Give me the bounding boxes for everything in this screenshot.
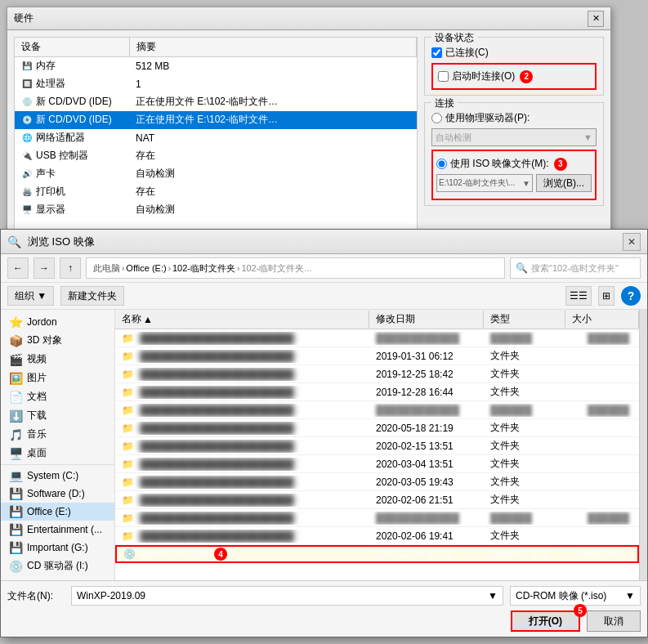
col-type-label: 类型 [490, 312, 510, 326]
sidebar-item-12[interactable]: 💾 Important (G:) [1, 539, 114, 557]
address-breadcrumb: 此电脑 › Office (E:) › 102-临时文件夹 › 102-临时文件… [93, 262, 312, 275]
file-row[interactable]: 📁██████████████████████ 2020-02-15 13:51… [115, 437, 639, 455]
col-header-type[interactable]: 类型 [484, 311, 565, 328]
sidebar-icon: 🖥️ [9, 447, 22, 460]
file-row[interactable]: 📁██████████████████████ 2020-03-04 13:51… [115, 455, 639, 473]
device-name: 声卡 [36, 167, 56, 181]
device-name: 新 CD/DVD (IDE) [36, 113, 112, 127]
file-icon: 📁 [122, 458, 134, 470]
cancel-button[interactable]: 取消 [587, 610, 641, 632]
sidebar-icon: 💾 [9, 487, 22, 500]
col-header-date[interactable]: 修改日期 [369, 311, 484, 328]
hw-physical-select[interactable]: 自动检测 ▼ [431, 128, 597, 146]
file-row[interactable]: 📁██████████████████████ 2019-12-28 16:44… [115, 383, 639, 401]
search-box[interactable]: 🔍 搜索"102-临时文件夹" [510, 257, 641, 279]
filename-label: 文件名(N): [7, 589, 65, 603]
file-size: ██████ [588, 333, 629, 344]
hw-iso-file-select[interactable]: E:\102-临时文件夹\... ▼ [436, 174, 533, 192]
file-row[interactable]: 📁██████████████████████ 2019-12-25 18:42… [115, 365, 639, 383]
sidebar-item-0[interactable]: ⭐ Jordon [1, 313, 114, 331]
col-header-size[interactable]: 大小 [565, 311, 639, 328]
filename-row: 文件名(N): WinXP-2019.09 ▼ CD-ROM 映像 (*.iso… [7, 586, 641, 606]
browse-actions-bar: 组织 ▼ 新建文件夹 ☰☰ ⊞ ? [1, 283, 647, 310]
hw-device-row[interactable]: 🖥️ 显示器 自动检测 [15, 201, 417, 219]
file-date: 2019-01-31 06:12 [376, 351, 454, 362]
open-button[interactable]: 打开(O) [511, 610, 580, 632]
file-icon: 📁 [122, 476, 134, 488]
vertical-scrollbar[interactable] [639, 310, 647, 580]
sidebar-item-4[interactable]: 📄 文档 [1, 387, 114, 406]
sidebar-label: CD 驱动器 (I:) [27, 559, 88, 573]
hw-physical-radio[interactable] [431, 113, 442, 123]
help-button[interactable]: ? [621, 286, 641, 306]
hw-connected-checkbox[interactable] [431, 47, 442, 58]
browse-close-button[interactable]: ✕ [623, 233, 641, 251]
file-size: 1,584,290... [576, 548, 628, 560]
view-details-button[interactable]: ⊞ [598, 286, 614, 306]
view-list-button[interactable]: ☰☰ [565, 286, 592, 306]
file-date: 2020-02-15 13:51 [376, 441, 454, 452]
nav-forward-button[interactable]: → [34, 257, 55, 279]
hw-close-button[interactable]: ✕ [588, 11, 604, 27]
device-icon: 🖨️ [21, 186, 33, 197]
sidebar-item-2[interactable]: 🎬 视频 [1, 350, 114, 369]
nav-back-button[interactable]: ← [7, 257, 29, 279]
file-row[interactable]: 📁██████████████████████ 2020-03-05 19:43… [115, 473, 639, 491]
sidebar-item-11[interactable]: 💾 Entertainment (... [1, 521, 114, 539]
device-name: 显示器 [36, 203, 65, 217]
file-row[interactable]: 📁██████████████████████ 2020-02-06 21:51… [115, 491, 639, 509]
hw-device-row[interactable]: 💿 新 CD/DVD (IDE) 正在使用文件 E:\102-临时文件… [15, 111, 417, 129]
file-row[interactable]: 📁██████████████████████ 2020-05-18 21:19… [115, 419, 639, 437]
organize-button[interactable]: 组织 ▼ [7, 286, 54, 306]
sidebar-label: Office (E:) [27, 506, 71, 517]
file-type: 文件夹 [490, 494, 520, 505]
file-list-header: 名称 ▲ 修改日期 类型 大小 [115, 310, 639, 329]
file-row[interactable]: 📁██████████████████████ 2019-01-31 06:12… [115, 347, 639, 365]
hw-device-row[interactable]: 🖨️ 打印机 存在 [15, 183, 417, 201]
file-row[interactable]: 💿WinXP-2019.094 2020-02-04 13:28 UltraIS… [115, 545, 639, 563]
file-name: ██████████████████████ [137, 333, 297, 344]
file-name: ██████████████████████ [137, 405, 297, 416]
file-row[interactable]: 📁██████████████████████ ████████████ ███… [115, 509, 639, 527]
hw-device-row[interactable]: 🔌 USB 控制器 存在 [15, 147, 417, 165]
hw-right-panel: 设备状态 已连接(C) 启动时连接(O) 2 [424, 37, 604, 253]
hw-device-row[interactable]: 💾 内存 512 MB [15, 57, 417, 75]
filename-value: WinXP-2019.09 [77, 590, 145, 602]
col-header-name[interactable]: 名称 ▲ [115, 311, 369, 328]
col-date-label: 修改日期 [376, 312, 415, 326]
sidebar-item-9[interactable]: 💾 Software (D:) [1, 485, 114, 503]
sidebar-item-10[interactable]: 💾 Office (E:) [1, 503, 114, 521]
filename-input[interactable]: WinXP-2019.09 ▼ [71, 586, 503, 606]
filename-dropdown-icon: ▼ [488, 590, 498, 602]
hw-autostart-checkbox[interactable] [438, 71, 449, 82]
file-row[interactable]: 📁██████████████████████ ████████████ ███… [115, 401, 639, 419]
sidebar-item-6[interactable]: 🎵 音乐 [1, 425, 114, 444]
hw-device-row[interactable]: 💿 新 CD/DVD (IDE) 正在使用文件 E:\102-临时文件… [15, 93, 417, 111]
hw-device-row[interactable]: 🔊 声卡 自动检测 [15, 165, 417, 183]
filetype-select[interactable]: CD-ROM 映像 (*.iso) ▼ [510, 586, 641, 606]
sidebar-item-7[interactable]: 🖥️ 桌面 [1, 444, 114, 463]
hw-browse-button[interactable]: 浏览(B)... [536, 174, 592, 192]
sidebar-item-8[interactable]: 💻 System (C:) [1, 467, 114, 485]
nav-up-button[interactable]: ↑ [60, 257, 81, 279]
sidebar-item-1[interactable]: 📦 3D 对象 [1, 331, 114, 350]
hw-device-row[interactable]: 🌐 网络适配器 NAT [15, 129, 417, 147]
browse-toolbar: ← → ↑ 此电脑 › Office (E:) › 102-临时文件夹 › 10… [1, 254, 647, 283]
file-row[interactable]: 📁██████████████████████ ████████████ ███… [115, 329, 639, 347]
sidebar-item-5[interactable]: ⬇️ 下载 [1, 406, 114, 425]
file-type: UltraISO 文件 [489, 548, 548, 560]
sidebar-item-3[interactable]: 🖼️ 图片 [1, 369, 114, 387]
file-row[interactable]: 📁██████████████████████ 2020-02-06 19:41… [115, 527, 639, 545]
sidebar-item-13[interactable]: 💿 CD 驱动器 (I:) [1, 557, 114, 575]
addr-part-2: Office (E:) [126, 263, 166, 273]
browse-dialog-title: 浏览 ISO 映像 [28, 235, 95, 249]
hw-device-row[interactable]: 🔲 处理器 1 [15, 75, 417, 93]
address-bar[interactable]: 此电脑 › Office (E:) › 102-临时文件夹 › 102-临时文件… [86, 257, 505, 279]
hw-status-group: 设备状态 已连接(C) 启动时连接(O) 2 [424, 37, 604, 96]
hw-iso-radio[interactable] [436, 159, 447, 169]
new-folder-button[interactable]: 新建文件夹 [60, 286, 124, 306]
file-type: 文件夹 [490, 476, 520, 487]
sidebar-icon: 💾 [9, 505, 22, 518]
file-icon: 📁 [122, 369, 134, 380]
device-name: 处理器 [36, 77, 65, 91]
